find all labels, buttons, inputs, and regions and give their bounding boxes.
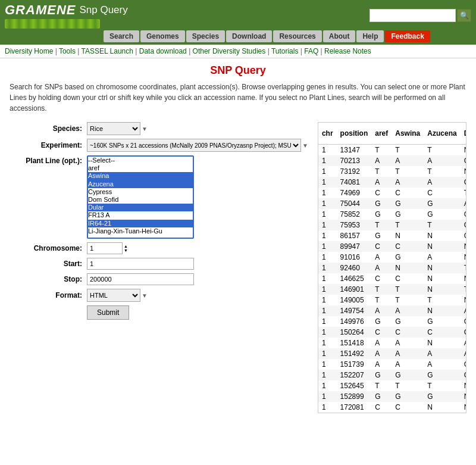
nav-resources[interactable]: Resources: [273, 30, 321, 42]
cell-position: 75852: [337, 209, 372, 220]
cell-position: 149754: [337, 305, 372, 316]
cell-azucena: A: [424, 252, 460, 263]
start-input[interactable]: [87, 258, 194, 270]
cell-dular: G: [461, 359, 466, 370]
cell-position: 75953: [337, 220, 372, 230]
experiment-select[interactable]: ~160K SNPs x 21 accessions (McNally 2009…: [87, 139, 301, 152]
sec-nav-tools[interactable]: Tools: [59, 47, 76, 55]
cell-aswina: T: [392, 220, 424, 230]
cell-aref: T: [371, 295, 392, 305]
sec-nav-other-diversity[interactable]: Other Diversity Studies: [193, 47, 266, 55]
format-select[interactable]: HTML CSV Tab: [87, 289, 140, 302]
cell-azucena: T: [424, 380, 460, 391]
submit-button[interactable]: Submit: [87, 305, 129, 320]
sec-nav-faq[interactable]: FAQ: [304, 47, 318, 55]
cell-dular: N: [461, 295, 466, 305]
cell-position: 92460: [337, 263, 372, 273]
table-row: 173192TTTNTLOC_Os01g01150: [318, 166, 466, 177]
sec-nav-data-download[interactable]: Data download: [139, 47, 187, 55]
cell-chr: 1: [318, 273, 337, 284]
cell-aref: A: [371, 305, 392, 316]
table-row: 1151492AAAAALOC_Os01g01312: [318, 348, 466, 359]
plant-line-option-aswina[interactable]: Aswina: [88, 172, 193, 180]
cell-aref: A: [371, 252, 392, 263]
cell-aswina: T: [392, 284, 424, 295]
cell-chr: 1: [318, 380, 337, 391]
plant-line-option-ir64[interactable]: IR64-21: [88, 220, 193, 227]
plant-line-option-dom-sofid[interactable]: Dom Sofid: [88, 196, 193, 204]
nav-help[interactable]: Help: [356, 30, 384, 42]
sec-nav-tutorials[interactable]: Tutorials: [271, 47, 299, 55]
table-row: 1151739AAAGALOC_Os01g01312: [318, 359, 466, 370]
col-azucena: Azucena: [424, 123, 460, 145]
cell-dular: N: [461, 380, 466, 391]
cell-position: 151418: [337, 338, 372, 348]
table-row: 174969CCCTCLOC_Os01g01150: [318, 188, 466, 198]
nav-feedback[interactable]: Feedback: [385, 30, 430, 42]
plant-line-option-fr13a[interactable]: FR13 A: [88, 211, 193, 219]
main-content: SNP Query Search for SNPs based on chrom…: [0, 58, 476, 419]
sec-nav-release-notes[interactable]: Release Notes: [324, 47, 371, 55]
cell-aswina: C: [392, 402, 424, 413]
logo-text: GRAMENE: [5, 2, 76, 18]
cell-aref: G: [371, 370, 392, 380]
cell-aref: T: [371, 380, 392, 391]
cell-azucena: T: [424, 166, 460, 177]
plant-line-option-azucena[interactable]: Azucena: [88, 180, 193, 188]
nav-about[interactable]: About: [323, 30, 356, 42]
plant-line-option-li-jiang[interactable]: Li-Jiang-Xin-Tuan-Hei-Gu: [88, 227, 193, 235]
sec-nav-diversity-home[interactable]: Diversity Home: [5, 47, 53, 55]
cell-chr: 1: [318, 145, 337, 156]
cell-position: 75044: [337, 198, 372, 209]
cell-azucena: N: [424, 338, 460, 348]
cell-position: 149005: [337, 295, 372, 305]
nav-genomes[interactable]: Genomes: [140, 30, 185, 42]
nav-search[interactable]: Search: [104, 30, 139, 42]
nav-species[interactable]: Species: [186, 30, 225, 42]
plant-line-label: Plant Line (opt.):: [10, 155, 87, 165]
cell-aswina: G: [392, 198, 424, 209]
cell-position: 152207: [337, 370, 372, 380]
experiment-arrow: ▼: [302, 142, 308, 149]
stop-input[interactable]: [87, 273, 194, 285]
cell-azucena: G: [424, 316, 460, 327]
cell-chr: 1: [318, 230, 337, 241]
search-input[interactable]: [369, 9, 456, 22]
format-arrow: ▼: [142, 292, 148, 299]
sec-nav-tassel[interactable]: TASSEL Launch: [82, 47, 133, 55]
cell-chr: 1: [318, 370, 337, 380]
cell-dular: N: [461, 241, 466, 252]
plant-line-select[interactable]: --Select-- aref Aswina Azucena Cypress D…: [87, 155, 194, 239]
plant-line-option-aref[interactable]: aref: [88, 164, 193, 172]
results-table: chr position aref Aswina Azucena Dular I…: [318, 123, 466, 413]
cell-position: 146901: [337, 284, 372, 295]
table-row: 170213AAAGA: [318, 155, 466, 166]
plant-line-option-select[interactable]: --Select--: [88, 157, 193, 164]
cell-azucena: N: [424, 284, 460, 295]
cell-position: 149976: [337, 316, 372, 327]
nav-download[interactable]: Download: [226, 30, 272, 42]
cell-aref: A: [371, 155, 392, 166]
cell-dular: N: [461, 391, 466, 402]
format-label: Format:: [10, 291, 87, 299]
chromosome-input[interactable]: [87, 242, 123, 254]
cell-position: 86157: [337, 230, 372, 241]
cell-azucena: T: [424, 295, 460, 305]
cell-dular: A: [461, 198, 466, 209]
cell-dular: T: [461, 284, 466, 295]
plant-line-option-dular[interactable]: Dular: [88, 204, 193, 211]
results-panel: chr position aref Aswina Azucena Dular I…: [318, 122, 466, 413]
secondary-nav: Diversity Home | Tools | TASSEL Launch |…: [0, 45, 476, 58]
cell-position: 74969: [337, 188, 372, 198]
cell-dular: N: [461, 166, 466, 177]
cell-aref: G: [371, 230, 392, 241]
plant-line-option-cypress[interactable]: Cypress: [88, 188, 193, 196]
page-title: SNP Query: [10, 64, 466, 77]
table-row: 189947CCNNCLOC_Os01g01190: [318, 241, 466, 252]
search-button[interactable]: 🔍: [457, 9, 471, 22]
species-select[interactable]: Rice Maize: [87, 122, 140, 135]
table-row: 1172081CCNNN: [318, 402, 466, 413]
chromosome-spinner[interactable]: ▲ ▼: [124, 244, 128, 252]
col-chr: chr: [318, 123, 337, 145]
cell-azucena: G: [424, 391, 460, 402]
